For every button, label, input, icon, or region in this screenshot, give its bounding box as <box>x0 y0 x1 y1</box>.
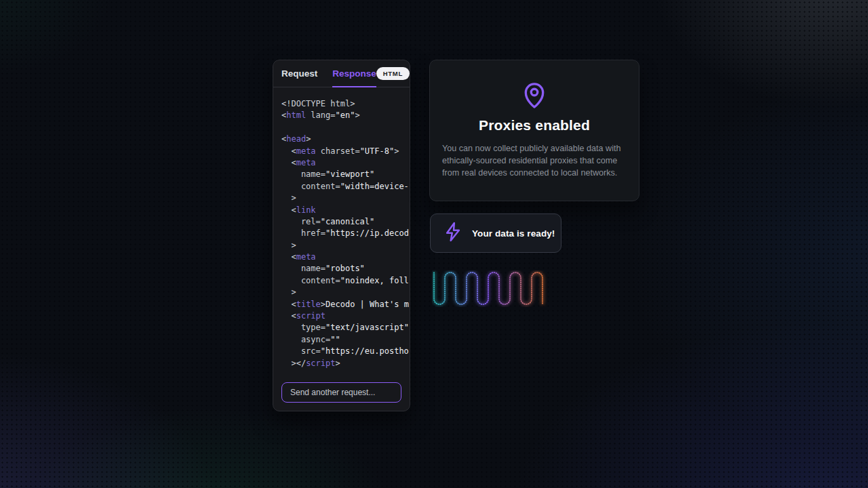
decorative-squiggle <box>432 270 549 307</box>
response-code-viewer[interactable]: <!DOCTYPE html><html lang="en"> <head> <… <box>273 87 410 377</box>
code-line: <html lang="en"> <box>281 110 410 121</box>
location-pin-icon <box>442 79 627 109</box>
code-line: > <box>281 287 410 298</box>
data-ready-label: Your data is ready! <box>472 228 555 239</box>
code-line: > <box>281 240 410 251</box>
panel-tab-bar: Request Response HTML <box>273 60 410 87</box>
proxies-card-description: You can now collect publicly available d… <box>442 142 627 179</box>
proxies-card-title: Proxies enabled <box>442 117 627 134</box>
code-line: async="" <box>281 334 410 346</box>
code-line: type="text/javascript" <box>281 322 410 333</box>
code-line: content="noindex, foll <box>281 275 410 287</box>
code-line: <!DOCTYPE html> <box>281 98 410 110</box>
code-line: > <box>281 192 410 204</box>
code-line: href="https://ip.decod <box>281 228 410 239</box>
html-format-badge: HTML <box>376 67 410 80</box>
code-line: <meta charset="UTF-8"> <box>281 146 410 157</box>
code-line: name="robots" <box>281 263 410 274</box>
code-line: <meta <box>281 251 410 263</box>
desktop-background: Request Response HTML <!DOCTYPE html><ht… <box>0 0 868 488</box>
code-line: <title>Decodo | What's m <box>281 299 410 310</box>
data-ready-card: Your data is ready! <box>430 214 561 253</box>
code-line: <script <box>281 310 410 322</box>
code-line: ></script> <box>281 358 410 369</box>
send-request-input[interactable] <box>281 382 401 403</box>
request-response-panel: Request Response HTML <!DOCTYPE html><ht… <box>273 60 410 411</box>
code-line: src="https://eu.postho <box>281 346 410 357</box>
lightning-bolt-icon <box>443 221 463 245</box>
tab-response[interactable]: Response <box>332 61 376 87</box>
code-line: <head> <box>281 134 410 145</box>
proxies-enabled-card: Proxies enabled You can now collect publ… <box>429 60 639 201</box>
code-line: rel="canonical" <box>281 216 410 228</box>
tab-request[interactable]: Request <box>281 61 317 87</box>
code-line: content="width=device- <box>281 181 410 192</box>
code-line: <meta <box>281 157 410 169</box>
code-line <box>281 122 410 134</box>
code-line: name="viewport" <box>281 169 410 180</box>
code-line: <link <box>281 205 410 216</box>
